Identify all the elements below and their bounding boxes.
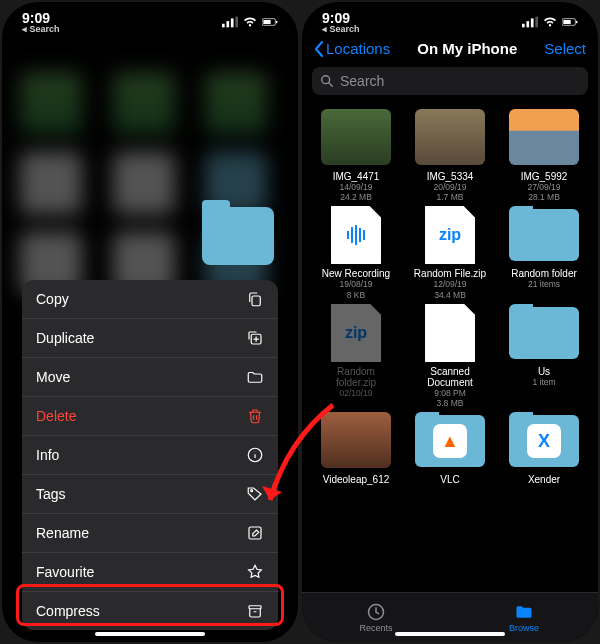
back-button[interactable]: Locations	[314, 40, 390, 57]
file-name: IMG_5334	[427, 171, 474, 182]
file-item[interactable]: Scanned Document9:08 PM3.8 MB	[406, 304, 494, 408]
select-button[interactable]: Select	[544, 40, 586, 57]
copy-icon	[246, 290, 264, 308]
file-date: 20/09/19	[433, 182, 466, 192]
file-item[interactable]: XXender	[500, 412, 588, 485]
file-date: 19/08/19	[339, 279, 372, 289]
tab-label: Browse	[509, 623, 539, 633]
file-thumb: zip	[415, 206, 485, 264]
file-name: VLC	[440, 474, 459, 485]
home-indicator[interactable]	[95, 632, 205, 636]
file-name: Scanned Document	[410, 366, 490, 388]
file-thumb: zip	[321, 304, 391, 362]
svg-rect-14	[526, 21, 529, 27]
page-title: On My iPhone	[417, 40, 517, 57]
file-name: Us	[538, 366, 550, 377]
search-input[interactable]: Search	[312, 67, 588, 95]
svg-rect-16	[535, 17, 538, 28]
file-size: 8 KB	[347, 290, 365, 300]
file-item[interactable]: IMG_533420/09/191.7 MB	[406, 109, 494, 202]
menu-item-favourite[interactable]: Favourite	[22, 553, 278, 592]
file-thumb	[415, 304, 485, 362]
file-size: 34.4 MB	[434, 290, 466, 300]
star-icon	[246, 563, 264, 581]
signal-icon	[522, 16, 538, 28]
file-name: Random folder.zip	[316, 366, 396, 388]
menu-item-info[interactable]: Info	[22, 436, 278, 475]
file-item[interactable]: IMG_447114/09/1924.2 MB	[312, 109, 400, 202]
file-size: 28.1 MB	[528, 192, 560, 202]
context-menu: CopyDuplicateMoveDeleteInfoTagsRenameFav…	[22, 280, 278, 630]
file-size: 24.2 MB	[340, 192, 372, 202]
svg-rect-12	[249, 606, 261, 609]
menu-item-move[interactable]: Move	[22, 358, 278, 397]
svg-rect-13	[522, 24, 525, 28]
edit-icon	[246, 524, 264, 542]
status-bar: 9:09 ◂ Search	[302, 2, 598, 36]
phone-left: 9:09 ◂ Search CopyDuplicateMoveDeleteInf…	[2, 2, 298, 642]
file-name: Random folder	[511, 268, 577, 279]
file-item[interactable]: Random folder21 items	[500, 206, 588, 299]
file-date: 12/09/19	[433, 279, 466, 289]
file-name: Xender	[528, 474, 560, 485]
file-item[interactable]: IMG_599227/09/1928.1 MB	[500, 109, 588, 202]
file-meta: 1 item	[532, 377, 555, 387]
file-size: 1.7 MB	[437, 192, 464, 202]
file-name: Videoleap_612	[323, 474, 390, 485]
svg-rect-7	[252, 296, 260, 306]
file-item[interactable]: Videoleap_612	[312, 412, 400, 485]
menu-item-label: Move	[36, 369, 70, 385]
nav-bar: Locations On My iPhone Select	[302, 36, 598, 63]
search-placeholder: Search	[340, 73, 384, 89]
tag-icon	[246, 485, 264, 503]
file-item[interactable]: New Recording19/08/198 KB	[312, 206, 400, 299]
file-meta: 21 items	[528, 279, 560, 289]
file-thumb	[321, 412, 391, 470]
menu-item-delete[interactable]: Delete	[22, 397, 278, 436]
file-item[interactable]: zipRandom folder.zip02/10/19	[312, 304, 400, 408]
status-icons	[522, 16, 578, 28]
selected-folder[interactable]	[202, 207, 274, 265]
file-name: IMG_4471	[333, 171, 380, 182]
menu-item-label: Rename	[36, 525, 89, 541]
archive-icon	[246, 602, 264, 620]
menu-item-compress[interactable]: Compress	[22, 592, 278, 630]
file-date: 27/09/19	[527, 182, 560, 192]
file-item[interactable]: ▲VLC	[406, 412, 494, 485]
file-thumb: X	[509, 412, 579, 470]
file-thumb	[509, 304, 579, 362]
file-name: IMG_5992	[521, 171, 568, 182]
file-item[interactable]: zipRandom File.zip12/09/1934.4 MB	[406, 206, 494, 299]
file-thumb	[415, 109, 485, 167]
file-date: 9:08 PM	[434, 388, 466, 398]
menu-item-tags[interactable]: Tags	[22, 475, 278, 514]
file-thumb: ▲	[415, 412, 485, 470]
file-thumb	[509, 109, 579, 167]
menu-item-copy[interactable]: Copy	[22, 280, 278, 319]
menu-item-label: Compress	[36, 603, 100, 619]
file-item[interactable]: Us1 item	[500, 304, 588, 408]
file-size: 3.8 MB	[437, 398, 464, 408]
file-grid: IMG_447114/09/1924.2 MBIMG_533420/09/191…	[302, 103, 598, 592]
wifi-icon	[542, 16, 558, 28]
tab-label: Recents	[359, 623, 392, 633]
menu-item-label: Delete	[36, 408, 76, 424]
menu-item-rename[interactable]: Rename	[22, 514, 278, 553]
folder-icon	[202, 207, 274, 265]
home-indicator[interactable]	[395, 632, 505, 636]
status-back-search[interactable]: ◂ Search	[322, 24, 360, 34]
menu-item-label: Tags	[36, 486, 66, 502]
file-thumb	[509, 206, 579, 264]
battery-icon	[562, 16, 578, 28]
menu-item-label: Duplicate	[36, 330, 94, 346]
menu-item-duplicate[interactable]: Duplicate	[22, 319, 278, 358]
file-date: 14/09/19	[339, 182, 372, 192]
svg-rect-19	[576, 21, 577, 24]
file-thumb	[321, 206, 391, 264]
back-label: Locations	[326, 40, 390, 57]
file-name: Random File.zip	[414, 268, 486, 279]
clock-icon	[366, 602, 386, 622]
file-name: New Recording	[322, 268, 390, 279]
svg-line-21	[329, 83, 333, 87]
menu-item-label: Favourite	[36, 564, 94, 580]
